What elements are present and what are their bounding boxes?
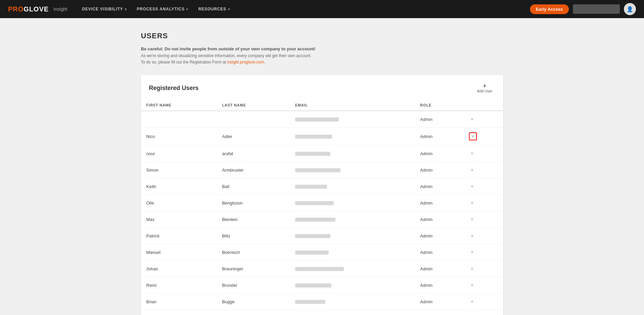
- last-name-cell: Bugge: [217, 294, 290, 310]
- nav-item-resources[interactable]: RESOURCES ▾: [194, 5, 234, 13]
- table-row: ManuelBoenischAdmin×: [141, 244, 503, 261]
- email-blur: [295, 300, 325, 304]
- table-row: RemiBrondelAdmin×: [141, 277, 503, 294]
- email-blur: [295, 185, 327, 189]
- last-name-cell: Bienlein: [217, 211, 290, 228]
- delete-button[interactable]: ×: [469, 265, 476, 272]
- last-name-cell: Adler: [217, 128, 290, 145]
- table-row: JohanBreuningerAdmin×: [141, 261, 503, 277]
- delete-button[interactable]: ×: [469, 199, 476, 206]
- early-access-button[interactable]: Early Access: [530, 4, 569, 14]
- table-body: Admin×NicoAdlerAdmin×nourarafatAdmin×Sim…: [141, 111, 503, 315]
- role-cell: Admin: [415, 128, 464, 145]
- table-row: MaxBienleinAdmin×: [141, 211, 503, 228]
- last-name-cell: chaves: [217, 310, 290, 315]
- nav-links: DEVICE VISIBILITY ▾ PROCESS ANALYTICS ▾ …: [78, 5, 519, 13]
- delete-button[interactable]: ×: [469, 216, 476, 223]
- action-cell: ×: [464, 294, 503, 310]
- last-name-cell: Brondel: [217, 277, 290, 294]
- role-cell: Admin: [415, 310, 464, 315]
- email-blur: [295, 168, 340, 172]
- role-cell: Admin: [415, 211, 464, 228]
- registration-link[interactable]: insight.proglove.com: [227, 60, 264, 64]
- action-cell: ×: [464, 310, 503, 315]
- email-blur: [295, 118, 339, 122]
- email-cell: [290, 162, 415, 178]
- add-user-button[interactable]: + Add User: [474, 82, 495, 94]
- first-name-cell: Johan: [141, 261, 217, 277]
- delete-button[interactable]: ×: [469, 249, 476, 256]
- first-name-cell: Brian: [141, 294, 217, 310]
- action-cell: ×: [464, 145, 503, 162]
- last-name-cell: [217, 111, 290, 128]
- card-title: Registered Users: [149, 85, 199, 92]
- first-name-cell: Nico: [141, 128, 217, 145]
- email-cell: [290, 244, 415, 261]
- last-name-cell: Armbruster: [217, 162, 290, 178]
- last-name-cell: Blitz: [217, 228, 290, 244]
- table-row: sergiochavesAdmin×: [141, 310, 503, 315]
- logo-pro: PRO: [8, 5, 23, 13]
- email-blur: [295, 218, 335, 222]
- table-header-row: FIRST NAME LAST NAME EMAIL ROLE: [141, 100, 503, 111]
- delete-button[interactable]: ×: [469, 282, 476, 288]
- col-first-name: FIRST NAME: [141, 100, 217, 111]
- delete-button[interactable]: ×: [469, 150, 476, 157]
- role-cell: Admin: [415, 178, 464, 195]
- search-bar[interactable]: [573, 4, 620, 14]
- logo-insight: Insight: [53, 6, 67, 12]
- warning-line1: As we're storing and visualizing sensiti…: [141, 53, 312, 58]
- last-name-cell: Breuninger: [217, 261, 290, 277]
- logo-glove: GLOVE: [23, 5, 49, 13]
- delete-button[interactable]: ×: [469, 183, 476, 190]
- first-name-cell: Simon: [141, 162, 217, 178]
- role-cell: Admin: [415, 244, 464, 261]
- add-user-label: Add User: [477, 89, 492, 93]
- card-header: Registered Users + Add User: [141, 75, 503, 100]
- warning-box: Be careful: Do not invite people from ou…: [141, 46, 503, 65]
- delete-button[interactable]: ×: [469, 116, 476, 123]
- email-blur: [295, 251, 329, 255]
- first-name-cell: Remi: [141, 277, 217, 294]
- avatar[interactable]: 👤: [624, 3, 636, 15]
- role-cell: Admin: [415, 294, 464, 310]
- first-name-cell: sergio: [141, 310, 217, 315]
- email-cell: [290, 310, 415, 315]
- last-name-cell: Bengtsson: [217, 195, 290, 211]
- action-cell: ×: [464, 244, 503, 261]
- table-wrapper[interactable]: FIRST NAME LAST NAME EMAIL ROLE Admin×Ni…: [141, 100, 503, 315]
- action-cell: ×: [464, 277, 503, 294]
- table-row: SimonArmbrusterAdmin×: [141, 162, 503, 178]
- nav-item-device-visibility[interactable]: DEVICE VISIBILITY ▾: [78, 5, 131, 13]
- role-cell: Admin: [415, 162, 464, 178]
- role-cell: Admin: [415, 228, 464, 244]
- email-blur: [295, 201, 334, 205]
- first-name-cell: Keith: [141, 178, 217, 195]
- plus-icon: +: [483, 83, 487, 89]
- first-name-cell: nour: [141, 145, 217, 162]
- nav-item-process-analytics[interactable]: PROCESS ANALYTICS ▾: [133, 5, 193, 13]
- table-row: Admin×: [141, 111, 503, 128]
- nav-right: Early Access 👤: [530, 3, 636, 15]
- delete-button[interactable]: ×: [469, 132, 477, 140]
- last-name-cell: Ball: [217, 178, 290, 195]
- email-cell: [290, 228, 415, 244]
- delete-button[interactable]: ×: [469, 167, 476, 173]
- email-cell: [290, 145, 415, 162]
- action-cell: ×: [464, 178, 503, 195]
- delete-button[interactable]: ×: [469, 232, 476, 239]
- last-name-cell: Boenisch: [217, 244, 290, 261]
- table-row: NicoAdlerAdmin×: [141, 128, 503, 145]
- col-role: ROLE: [415, 100, 464, 111]
- table-row: OlleBengtssonAdmin×: [141, 195, 503, 211]
- action-cell: ×: [464, 111, 503, 128]
- first-name-cell: Olle: [141, 195, 217, 211]
- nav-label-process-analytics: PROCESS ANALYTICS: [137, 7, 185, 11]
- logo-area: PROGLOVE Insight: [8, 5, 67, 13]
- col-last-name: LAST NAME: [217, 100, 290, 111]
- col-actions: [464, 100, 503, 111]
- chevron-down-icon: ▾: [228, 7, 230, 11]
- delete-button[interactable]: ×: [469, 298, 476, 305]
- email-blur: [295, 267, 344, 271]
- warning-line2: To do so, please fill out the Registrati…: [141, 60, 265, 64]
